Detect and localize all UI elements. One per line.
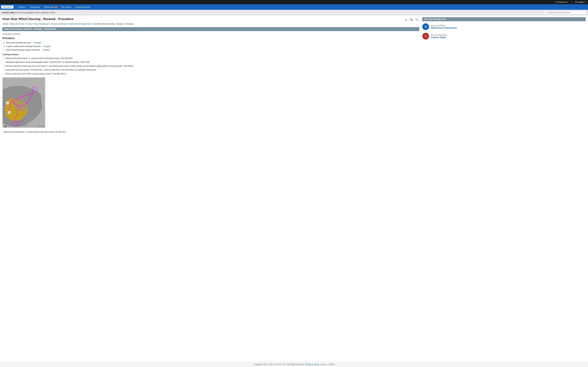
language-label: English: [578, 1, 584, 3]
bookmarks-badge: 6: [55, 6, 57, 8]
list-item: Separate original joint using rechargeab…: [6, 61, 419, 64]
list-item: Side panel already removed → Chapter.: [6, 41, 419, 44]
bookmark-button[interactable]: [409, 17, 414, 22]
chapter-link-2[interactable]: → Chapter: [41, 45, 51, 48]
diagram-container[interactable]: 1 2 1 2 🔧 🔧 A31-1223: [2, 77, 45, 128]
cutting-list: Remove flow-drill screws -1- using socke…: [2, 57, 419, 75]
svg-text:🔧: 🔧: [34, 88, 36, 91]
main-content: Inner Rear Wheel Housing - Renewal - Pro…: [0, 15, 588, 135]
page-title: Inner Rear Wheel Housing - Renewal - Pro…: [2, 17, 73, 21]
contact-chevron-icon: [567, 1, 568, 3]
nav-info-label: Info Center: [61, 6, 71, 8]
vehicle-specs: 3.0 TDI e-tron Quattro | 2017 | 258 Hp |…: [15, 11, 55, 14]
content-left: Inner Rear Wheel Housing - Renewal - Pro…: [2, 17, 419, 133]
breadcrumb-service-repair[interactable]: Service and Repair: [51, 23, 66, 25]
related-item-0[interactable]: ⚙ Service and Repair Welded Panel Replac…: [422, 23, 586, 30]
related-link-1[interactable]: Collision Repair: [431, 36, 446, 38]
globe-icon: [575, 1, 577, 3]
search-input[interactable]: [549, 11, 584, 14]
contact-label: Contact Us: [557, 1, 566, 3]
breadcrumb-vehicle[interactable]: Vehicle: [2, 23, 9, 25]
bullet-text-2: C-pillar reinforcement already removed: [6, 45, 41, 48]
diagram-svg: 1 2 1 2 🔧 🔧 A31-1223: [3, 77, 45, 128]
toc-button[interactable]: [415, 17, 419, 22]
bullet-text-3: Outer wheel housing already removed: [6, 49, 40, 51]
chapter-link-3[interactable]: → Chapter: [40, 49, 50, 51]
diagram-caption: Remove flow-drill screws -1- using socke…: [2, 131, 419, 133]
vehicle-info: Audi Q7 (4M) 3.0 TDI e-tron Quattro | 20…: [2, 11, 55, 14]
language-selector[interactable]: English: [575, 1, 586, 3]
list-item: Pull out weld stud -VAS 6792- using comp…: [6, 72, 419, 75]
breadcrumb-current: Inner Rear Wheel Housing - Renewal - Pro…: [93, 23, 134, 25]
svg-text:1: 1: [7, 102, 8, 104]
procedure-title: Procedure: [2, 37, 419, 40]
svg-text:2: 2: [17, 124, 18, 126]
related-text-0: Service and Repair Welded Panel Replacem…: [431, 25, 457, 29]
search-box[interactable]: [543, 11, 586, 14]
contact-us-button[interactable]: Contact Us: [555, 1, 568, 3]
breadcrumb-rear-wheelhouse[interactable]: Rear Wheelhouse: [34, 23, 49, 25]
list-item: Remove paint and oxide layer from rivet …: [6, 65, 419, 68]
bullet-text-1: Side panel already removed: [6, 42, 32, 44]
mail-icon: [555, 1, 556, 3]
nav-vehicles-label: Vehicles: [18, 6, 25, 8]
related-link-0[interactable]: Welded Panel Replacement: [431, 27, 457, 29]
language-chevron-icon: [585, 1, 586, 3]
service-icon: ⚙: [425, 25, 427, 28]
print-button[interactable]: [404, 17, 408, 22]
related-header: RELATED INFORMATION: [422, 17, 586, 21]
nav-component[interactable]: Component: [27, 4, 42, 10]
nav-component-label: Component: [30, 6, 40, 8]
related-icon-tools: 🔧: [422, 33, 429, 40]
related-item-1[interactable]: 🔧 Tools and Equipment Collision Repair: [422, 33, 586, 40]
list-item: Outer wheel housing already removed → Ch…: [6, 48, 419, 51]
nav-vehicles[interactable]: Vehicles: [16, 4, 27, 10]
nav-bookmarks[interactable]: Bookmarks 6: [42, 4, 60, 10]
svg-text:1: 1: [26, 124, 27, 126]
content-right: RELATED INFORMATION ⚙ Service and Repair…: [422, 17, 586, 133]
section-header: INNER REAR WHEEL HOUSING - RENEWAL - PRO…: [2, 27, 419, 31]
nav-service-label: Service Intervals: [76, 6, 90, 8]
chapter-link-1[interactable]: → Chapter: [32, 42, 41, 44]
nav-bar: ALLDATA Vehicles Component Bookmarks 6 I…: [0, 4, 588, 10]
prerequisite-list: Side panel already removed → Chapter. C-…: [2, 41, 419, 51]
alldata-logo[interactable]: ALLDATA: [1, 6, 13, 8]
related-text-1: Tools and Equipment Collision Repair: [431, 34, 447, 38]
title-actions: [404, 17, 419, 22]
svg-text:A31-1223: A31-1223: [38, 126, 44, 127]
related-category-1: Tools and Equipment: [431, 34, 447, 36]
related-icon-service: ⚙: [422, 23, 429, 30]
nav-bookmarks-label: Bookmarks: [44, 6, 54, 8]
tools-icon: 🔧: [424, 34, 427, 38]
bookmark-icon: [410, 18, 413, 21]
diagram-caption-text: Remove flow-drill screws -1- using socke…: [4, 131, 67, 133]
breadcrumb: Vehicle > Body and Frame > Fender > Rear…: [2, 23, 419, 25]
breadcrumb-body-frame[interactable]: Body and Frame: [10, 23, 24, 25]
licensed-text: Licensed by AUDI AG: [2, 33, 419, 35]
list-item: Using dent removal system -VAS 852 001-,…: [6, 68, 419, 71]
list-icon: [416, 18, 418, 21]
divider: |: [571, 1, 572, 3]
logo-text: ALLDATA: [1, 6, 13, 8]
search-icon: [545, 11, 548, 14]
svg-text:2: 2: [9, 112, 10, 113]
breadcrumb-welded[interactable]: Welded Panel Replacement: [68, 23, 91, 25]
related-category-0: Service and Repair: [431, 25, 457, 26]
list-item: C-pillar reinforcement already removed →…: [6, 45, 419, 48]
svg-text:🔧: 🔧: [14, 122, 16, 125]
vehicle-bar: Audi Q7 (4M) 3.0 TDI e-tron Quattro | 20…: [0, 10, 588, 15]
top-bar: Contact Us | English: [0, 0, 588, 4]
title-row: Inner Rear Wheel Housing - Renewal - Pro…: [2, 17, 419, 22]
cutting-title: Cutting locations: [2, 53, 419, 56]
print-icon: [405, 18, 407, 21]
breadcrumb-fender[interactable]: Fender: [26, 23, 32, 25]
vehicle-name: Audi Q7 (4M): [2, 11, 14, 14]
main-wrapper: Inner Rear Wheel Housing - Renewal - Pro…: [0, 15, 588, 135]
nav-service-intervals[interactable]: Service Intervals: [73, 4, 92, 10]
list-item: Remove flow-drill screws -1- using socke…: [6, 57, 419, 60]
nav-info-center[interactable]: Info Center: [59, 4, 73, 10]
